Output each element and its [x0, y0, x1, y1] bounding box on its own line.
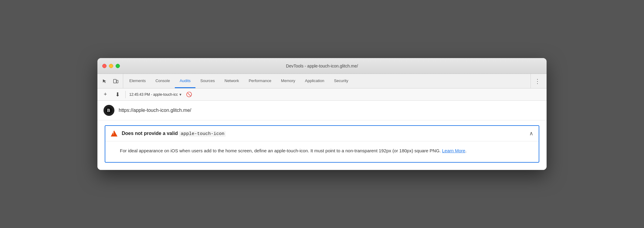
tab-security[interactable]: Security [329, 74, 353, 88]
audit-item-body: For ideal appearance on iOS when users a… [105, 141, 539, 162]
tab-sources[interactable]: Sources [195, 74, 220, 88]
svg-rect-1 [117, 80, 118, 83]
site-icon: B [103, 105, 114, 116]
minimize-button[interactable] [109, 64, 113, 68]
nav-tabs: Elements Console Audits Sources Network … [124, 74, 530, 88]
tab-network[interactable]: Network [220, 74, 244, 88]
tab-performance[interactable]: Performance [244, 74, 276, 88]
devtools-window: DevTools - apple-touch-icon.glitch.me/ E… [97, 58, 547, 170]
download-button[interactable]: ⬇ [113, 90, 122, 99]
audit-item-header[interactable]: Does not provide a valid apple-touch-ico… [105, 126, 539, 141]
page-url: https://apple-touch-icon.glitch.me/ [119, 108, 191, 113]
audit-title-normal: Does not provide a valid [122, 131, 178, 136]
url-bar: B https://apple-touch-icon.glitch.me/ [97, 101, 547, 120]
title-bar: DevTools - apple-touch-icon.glitch.me/ [97, 58, 547, 74]
traffic-lights [102, 64, 120, 68]
maximize-button[interactable] [116, 64, 120, 68]
period: . [465, 148, 466, 153]
svg-rect-0 [114, 79, 116, 83]
close-button[interactable] [102, 64, 107, 68]
audit-item-left: Does not provide a valid apple-touch-ico… [111, 130, 226, 136]
toolbar-icons [100, 74, 123, 88]
secondary-toolbar: + ⬇ 12:45:43 PM - apple-touch-icc ▼ 🚫 [97, 88, 547, 101]
more-options-button[interactable]: ⋮ [530, 74, 544, 88]
window-title: DevTools - apple-touch-icon.glitch.me/ [286, 64, 358, 68]
tab-memory[interactable]: Memory [276, 74, 300, 88]
device-toggle-icon[interactable] [111, 76, 120, 86]
warning-triangle-icon [111, 130, 117, 136]
devtools-toolbar: Elements Console Audits Sources Network … [97, 74, 547, 88]
tab-elements[interactable]: Elements [124, 74, 151, 88]
tab-application[interactable]: Application [300, 74, 329, 88]
session-selector[interactable]: 12:45:43 PM - apple-touch-icc ▼ [129, 92, 182, 97]
session-text: 12:45:43 PM - apple-touch-icc [129, 92, 178, 97]
audit-title: Does not provide a valid apple-touch-ico… [122, 131, 226, 136]
tab-console[interactable]: Console [151, 74, 175, 88]
add-session-button[interactable]: + [101, 90, 110, 99]
inspect-icon[interactable] [100, 76, 110, 86]
tab-audits[interactable]: Audits [175, 74, 195, 88]
audit-section: Does not provide a valid apple-touch-ico… [97, 120, 547, 170]
chevron-up-icon: ∧ [529, 130, 533, 137]
learn-more-link[interactable]: Learn More [442, 148, 465, 153]
divider [125, 91, 126, 98]
audit-body-text: For ideal appearance on iOS when users a… [120, 148, 441, 153]
dropdown-chevron-icon: ▼ [179, 93, 182, 96]
session-info: 12:45:43 PM - apple-touch-icc ▼ [129, 92, 182, 97]
svg-text:B: B [107, 108, 110, 113]
audit-item: Does not provide a valid apple-touch-ico… [105, 125, 539, 163]
audit-title-code: apple-touch-icon [179, 131, 226, 137]
no-entry-button[interactable]: 🚫 [186, 91, 192, 98]
main-content: B https://apple-touch-icon.glitch.me/ Do… [97, 101, 547, 170]
